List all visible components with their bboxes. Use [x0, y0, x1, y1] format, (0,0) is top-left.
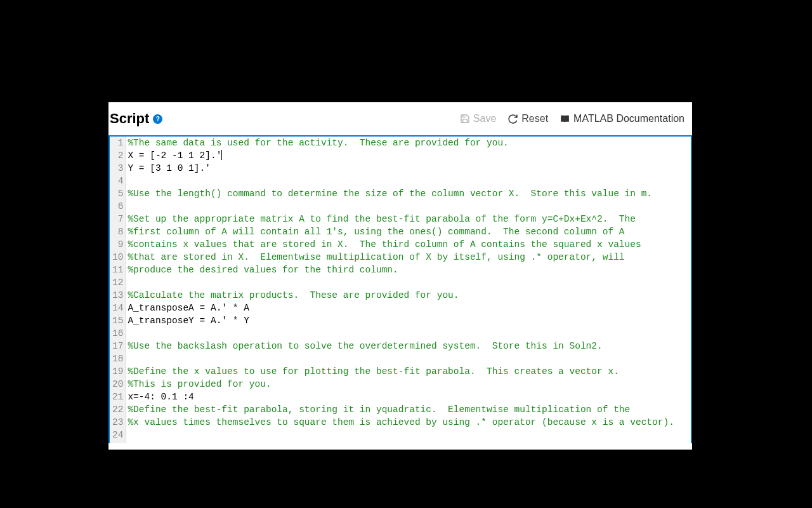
- comment-text: %Use the backslash operation to solve th…: [128, 340, 602, 352]
- code-text: A_transposeA = A.' * A: [128, 302, 249, 314]
- line-number: 20: [112, 378, 123, 391]
- help-icon[interactable]: ?: [153, 114, 162, 124]
- comment-text: %Use the length() command to determine t…: [128, 187, 652, 200]
- code-line[interactable]: %that are stored in X. Elementwise multi…: [128, 251, 690, 264]
- code-line[interactable]: %contains x values that are stored in X.…: [128, 238, 690, 251]
- code-line[interactable]: %Define the x values to use for plotting…: [128, 365, 690, 378]
- comment-text: %The same data is used for the activity.…: [128, 137, 508, 149]
- line-number: 16: [112, 327, 123, 340]
- code-line[interactable]: %This is provided for you.: [128, 378, 690, 391]
- save-label: Save: [473, 113, 496, 124]
- code-line[interactable]: [128, 175, 690, 187]
- line-number: 11: [112, 264, 123, 276]
- code-text: A_transposeY = A.' * Y: [128, 314, 249, 327]
- line-number: 21: [112, 391, 123, 403]
- code-line[interactable]: %Set up the appropriate matrix A to find…: [128, 213, 690, 225]
- line-number: 8: [112, 225, 123, 238]
- line-number: 22: [112, 403, 123, 416]
- line-number: 3: [112, 162, 123, 175]
- line-number: 14: [112, 302, 123, 314]
- line-number: 15: [112, 314, 123, 327]
- code-line[interactable]: [128, 276, 690, 289]
- text-cursor: [221, 150, 222, 160]
- code-line[interactable]: A_transposeY = A.' * Y: [128, 314, 690, 327]
- comment-text: %first column of A will contain all 1's,…: [128, 225, 630, 238]
- line-number-gutter: 123456789101112131415161718192021222324: [110, 137, 126, 443]
- line-number: 18: [112, 352, 123, 365]
- line-number: 17: [112, 340, 123, 352]
- code-area[interactable]: %The same data is used for the activity.…: [126, 137, 691, 443]
- documentation-button[interactable]: MATLAB Documentation: [560, 113, 684, 124]
- comment-text: %Define the x values to use for plotting…: [128, 365, 624, 378]
- line-number: 9: [112, 238, 123, 251]
- documentation-label: MATLAB Documentation: [573, 113, 684, 124]
- comment-text: %produce the desired values for the thir…: [128, 264, 398, 276]
- line-number: 19: [112, 365, 123, 378]
- line-number: 6: [112, 200, 123, 213]
- line-number: 4: [112, 175, 123, 187]
- code-line[interactable]: %Calculate the matrix products. These ar…: [128, 289, 690, 302]
- code-line[interactable]: %first column of A will contain all 1's,…: [128, 225, 690, 238]
- code-line[interactable]: [128, 200, 690, 213]
- panel-header: Script ? Save Reset MATLAB Documentation: [108, 102, 692, 135]
- code-line[interactable]: %Use the length() command to determine t…: [128, 187, 690, 200]
- code-line[interactable]: [128, 327, 690, 340]
- code-line[interactable]: %Use the backslash operation to solve th…: [128, 340, 690, 352]
- code-line[interactable]: Y = [3 1 0 1].': [128, 162, 690, 175]
- line-number: 1: [112, 137, 123, 149]
- script-panel: Script ? Save Reset MATLAB Documentation…: [108, 102, 692, 450]
- code-line[interactable]: X = [-2 -1 1 2].': [128, 149, 690, 162]
- comment-text: %Set up the appropriate matrix A to find…: [128, 213, 641, 225]
- comment-text: %Calculate the matrix products. These ar…: [128, 289, 459, 302]
- line-number: 24: [112, 429, 123, 441]
- code-line[interactable]: %x values times themselves to square the…: [128, 416, 690, 429]
- code-text: X = [-2 -1 1 2].': [128, 149, 221, 162]
- code-text: x=-4: 0.1 :4: [128, 391, 193, 403]
- line-number: 10: [112, 251, 123, 264]
- reset-label: Reset: [521, 113, 548, 124]
- code-line[interactable]: x=-4: 0.1 :4: [128, 391, 690, 403]
- title-group: Script ?: [110, 110, 162, 127]
- line-number: 2: [112, 149, 123, 162]
- book-icon: [560, 114, 570, 124]
- code-line[interactable]: %Define the best-fit parabola, storing i…: [128, 403, 690, 416]
- code-line[interactable]: A_transposeA = A.' * A: [128, 302, 690, 314]
- reset-button[interactable]: Reset: [508, 113, 548, 124]
- code-line[interactable]: %produce the desired values for the thir…: [128, 264, 690, 276]
- code-line[interactable]: %The same data is used for the activity.…: [128, 137, 690, 149]
- line-number: 7: [112, 213, 123, 225]
- line-number: 5: [112, 187, 123, 200]
- code-text: Y = [3 1 0 1].': [128, 162, 211, 175]
- reset-icon: [508, 114, 518, 124]
- code-line[interactable]: [128, 429, 690, 441]
- comment-text: %Define the best-fit parabola, storing i…: [128, 403, 636, 416]
- line-number: 13: [112, 289, 123, 302]
- code-editor[interactable]: 123456789101112131415161718192021222324 …: [108, 135, 692, 443]
- comment-text: %x values times themselves to square the…: [128, 416, 674, 429]
- save-button[interactable]: Save: [460, 113, 496, 124]
- line-number: 23: [112, 416, 123, 429]
- comment-text: %contains x values that are stored in X.…: [128, 238, 646, 251]
- comment-text: %This is provided for you.: [128, 378, 271, 391]
- line-number: 12: [112, 276, 123, 289]
- page-title: Script: [110, 110, 149, 127]
- save-icon: [460, 114, 470, 124]
- action-bar: Save Reset MATLAB Documentation: [460, 113, 684, 124]
- comment-text: %that are stored in X. Elementwise multi…: [128, 251, 630, 264]
- code-line[interactable]: [128, 352, 690, 365]
